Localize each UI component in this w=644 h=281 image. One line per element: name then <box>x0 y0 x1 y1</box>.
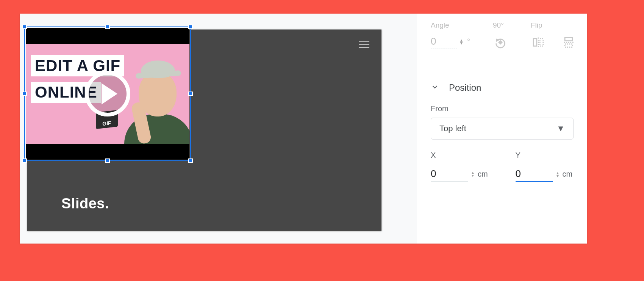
angle-stepper[interactable]: ▴▾ <box>460 39 463 45</box>
chevron-down-icon <box>431 83 439 93</box>
degree-symbol: ° <box>467 37 470 46</box>
rotate-90-icon[interactable] <box>493 35 508 50</box>
resize-handle-bl[interactable] <box>22 158 27 163</box>
slide[interactable]: Slides. EDIT A GIF ONLINE GIF <box>27 29 381 231</box>
app-frame: Slides. EDIT A GIF ONLINE GIF <box>20 14 587 244</box>
resize-handle-tr[interactable] <box>188 25 193 29</box>
y-label: Y <box>516 151 574 160</box>
x-unit: cm <box>478 170 488 179</box>
rotate90-label: 90° <box>493 21 508 29</box>
x-input[interactable] <box>431 166 468 182</box>
resize-handle-tl[interactable] <box>22 25 27 29</box>
resize-handle-ml[interactable] <box>22 92 27 96</box>
position-section-header[interactable]: Position <box>417 74 587 97</box>
y-unit: cm <box>563 170 573 179</box>
slide-text-fragment: Slides. <box>61 196 109 212</box>
rotation-section: Angle ▴▾ ° 90° <box>417 14 587 74</box>
dropdown-caret-icon: ▼ <box>556 124 565 134</box>
y-input[interactable] <box>516 166 553 182</box>
svg-rect-6 <box>565 44 572 47</box>
video-object[interactable]: EDIT A GIF ONLINE GIF <box>26 28 189 160</box>
x-stepper[interactable]: ▴▾ <box>472 171 474 177</box>
svg-rect-5 <box>565 37 572 41</box>
slide-canvas[interactable]: Slides. EDIT A GIF ONLINE GIF <box>27 29 381 231</box>
angle-input[interactable] <box>431 35 457 48</box>
format-sidebar: Angle ▴▾ ° 90° <box>417 14 587 244</box>
svg-rect-2 <box>533 39 537 46</box>
selection-box[interactable]: EDIT A GIF ONLINE GIF <box>24 26 191 161</box>
resize-handle-br[interactable] <box>188 158 193 163</box>
svg-rect-3 <box>540 39 543 46</box>
from-label: From <box>417 97 587 116</box>
svg-rect-1 <box>498 40 503 45</box>
angle-label: Angle <box>431 21 470 29</box>
resize-handle-mr[interactable] <box>188 92 193 96</box>
x-label: X <box>431 151 489 160</box>
flip-label: Flip <box>531 21 576 29</box>
y-stepper[interactable]: ▴▾ <box>556 171 559 177</box>
from-dropdown[interactable]: Top left ▼ <box>431 118 574 140</box>
resize-handle-bm[interactable] <box>105 158 110 163</box>
flip-horizontal-icon[interactable] <box>531 35 546 50</box>
hamburger-icon[interactable] <box>359 41 369 48</box>
from-value: Top left <box>439 124 466 134</box>
position-title: Position <box>449 82 481 93</box>
resize-handle-tm[interactable] <box>105 25 110 29</box>
flip-vertical-icon[interactable] <box>561 35 576 50</box>
play-icon[interactable] <box>85 71 130 116</box>
